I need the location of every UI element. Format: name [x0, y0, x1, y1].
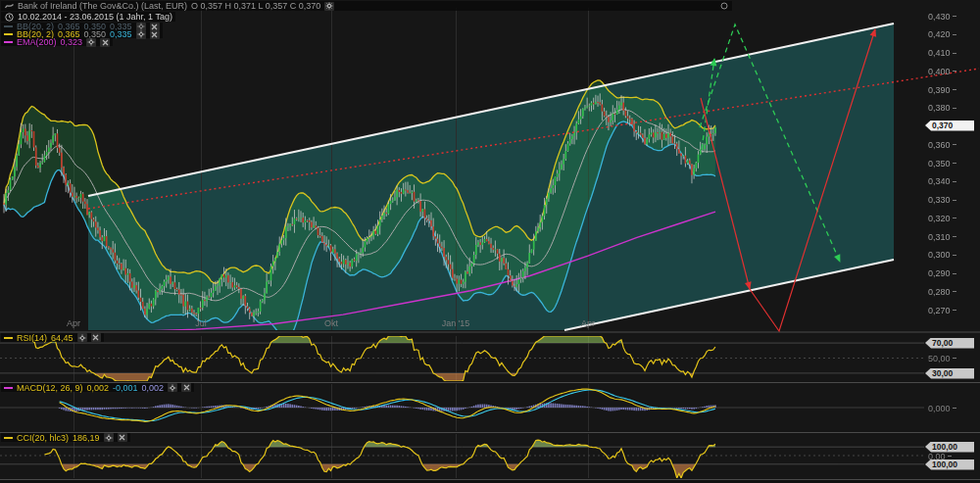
gear-icon[interactable]: [136, 30, 146, 39]
bb-dim-swatch: [4, 25, 13, 27]
close-icon[interactable]: [100, 38, 110, 47]
rsi-value: 64,45: [51, 333, 74, 343]
bb-lower-value: 0,335: [110, 29, 132, 39]
ema-swatch: [4, 41, 13, 43]
chart-canvas[interactable]: [0, 0, 980, 483]
close-icon[interactable]: [91, 333, 101, 342]
ema-value: 0,323: [61, 37, 83, 47]
rsi-label: RSI(14): [17, 333, 47, 343]
macd-signal-value: -0,001: [113, 383, 138, 393]
gear-icon[interactable]: [324, 2, 334, 11]
gear-icon[interactable]: [77, 333, 87, 342]
close-icon[interactable]: [118, 433, 127, 442]
macd-swatch: [4, 387, 13, 389]
symbol-title: Bank of Ireland (The Gov&Co.) (Last, EUR…: [18, 1, 187, 11]
legend-ema: EMA(200) 0,323: [1, 38, 113, 46]
macd-label: MACD(12, 26, 9): [17, 383, 83, 393]
symbol-legend-row: Bank of Ireland (The Gov&Co.) (Last, EUR…: [1, 1, 732, 11]
gear-icon[interactable]: [168, 383, 177, 392]
cci-swatch: [4, 437, 13, 439]
charting-app: 0,4300,4200,4100,4000,3900,3800,3700,360…: [0, 0, 980, 483]
symbol-ohlc: O 0,357 H 0,371 L 0,357 C 0,370: [191, 1, 320, 11]
clock-icon: [4, 13, 14, 22]
date-range: 10.02.2014 - 23.06.2015 (1 Jahr, 1 Tag): [18, 12, 172, 22]
gear-icon[interactable]: [104, 433, 114, 442]
chart-settings-icon[interactable]: [719, 2, 729, 11]
date-range-row: 10.02.2014 - 23.06.2015 (1 Jahr, 1 Tag): [1, 12, 175, 22]
close-icon[interactable]: [181, 383, 191, 392]
bb-swatch: [4, 33, 13, 35]
legend-macd: MACD(12, 26, 9) 0,002 -0,001 0,002: [1, 383, 194, 392]
line-chart-icon: [4, 2, 14, 11]
close-icon[interactable]: [150, 30, 160, 39]
cci-value: 186,19: [73, 433, 100, 443]
rsi-swatch: [4, 337, 13, 339]
legend-rsi: RSI(14) 64,45: [1, 333, 104, 342]
legend-cci: CCI(20, hlc3) 186,19: [1, 433, 130, 442]
cci-label: CCI(20, hlc3): [17, 433, 69, 443]
gear-icon[interactable]: [86, 38, 96, 47]
macd-hist-value: 0,002: [142, 383, 165, 393]
macd-value: 0,002: [87, 383, 110, 393]
ema-label: EMA(200): [17, 37, 57, 47]
